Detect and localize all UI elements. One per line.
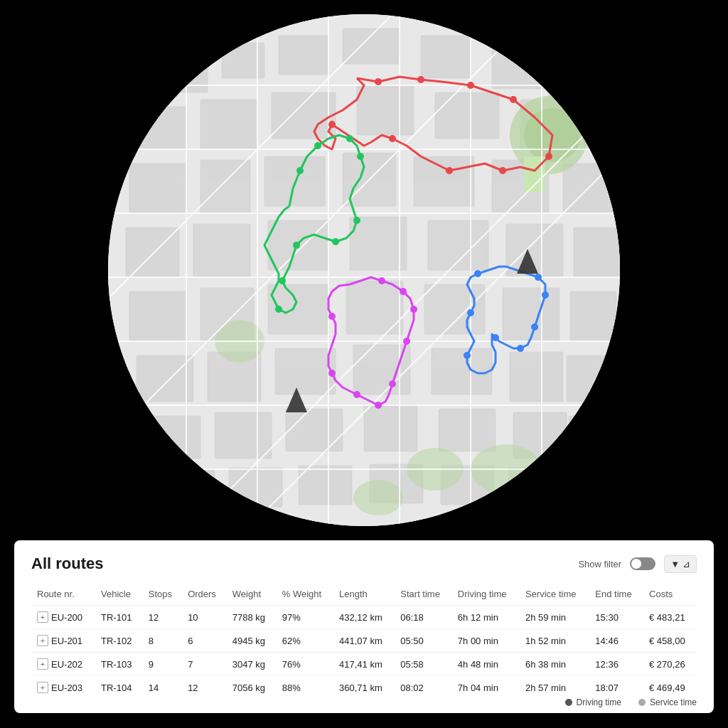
show-filter-toggle[interactable] xyxy=(630,557,655,570)
cell-orders: 7 xyxy=(182,653,227,676)
cell-pct_weight: 62% xyxy=(277,629,333,653)
panel-header: All routes Show filter ▼ ⊿ xyxy=(31,555,697,573)
col-pct-weight: % Weight xyxy=(277,584,333,606)
cell-route_nr: + EU-201 xyxy=(31,629,95,653)
expand-btn[interactable]: + xyxy=(37,658,48,670)
map-section xyxy=(0,0,728,540)
map-circle xyxy=(108,14,620,526)
svg-point-105 xyxy=(492,334,499,341)
svg-point-89 xyxy=(446,167,453,174)
svg-rect-50 xyxy=(569,416,608,459)
svg-point-94 xyxy=(346,135,353,142)
cell-end_time: 12:36 xyxy=(589,653,643,676)
cell-costs: € 483,21 xyxy=(643,606,697,629)
svg-rect-41 xyxy=(432,348,492,395)
show-filter-label: Show filter xyxy=(578,559,621,569)
svg-rect-43 xyxy=(567,355,613,402)
svg-rect-8 xyxy=(549,64,592,100)
cell-costs: € 469,49 xyxy=(643,676,697,700)
cell-costs: € 270,26 xyxy=(643,653,697,676)
svg-rect-37 xyxy=(136,355,193,402)
cell-pct_weight: 97% xyxy=(277,606,333,629)
svg-rect-12 xyxy=(357,85,414,135)
svg-rect-17 xyxy=(200,160,250,213)
legend-area: Driving time Service time xyxy=(565,697,697,707)
route-id-cell: + EU-203 xyxy=(37,682,90,693)
filter-icon: ▼ xyxy=(670,559,680,569)
col-costs: Costs xyxy=(643,584,697,606)
cell-driving_time: 7h 04 min xyxy=(452,676,520,700)
svg-point-86 xyxy=(510,96,517,103)
cell-end_time: 14:46 xyxy=(589,629,643,653)
svg-rect-10 xyxy=(200,100,257,149)
svg-point-115 xyxy=(353,391,360,398)
route-id-text: EU-203 xyxy=(51,682,82,693)
cell-driving_time: 4h 48 min xyxy=(452,653,520,676)
cell-driving_time: 7h 00 min xyxy=(452,629,520,653)
filter-funnel-icon: ⊿ xyxy=(682,559,690,569)
expand-btn[interactable]: + xyxy=(37,682,48,693)
svg-point-101 xyxy=(535,274,542,281)
col-length: Length xyxy=(333,584,395,606)
driving-time-legend: Driving time xyxy=(565,697,621,707)
cell-route_nr: + EU-203 xyxy=(31,676,95,700)
svg-rect-51 xyxy=(165,469,215,508)
svg-rect-6 xyxy=(421,36,471,78)
svg-rect-16 xyxy=(129,164,186,213)
cell-length: 360,71 km xyxy=(333,676,395,700)
cell-stops: 9 xyxy=(143,653,182,676)
svg-rect-20 xyxy=(414,156,474,206)
svg-point-93 xyxy=(314,142,321,149)
cell-route_nr: + EU-202 xyxy=(31,653,95,676)
svg-rect-11 xyxy=(272,92,336,139)
cell-service_time: 6h 38 min xyxy=(520,653,589,676)
svg-point-106 xyxy=(464,352,471,359)
cell-start_time: 06:18 xyxy=(395,606,452,629)
cell-weight: 3047 kg xyxy=(227,653,277,676)
cell-length: 432,12 km xyxy=(333,606,395,629)
filter-button[interactable]: ▼ ⊿ xyxy=(664,555,697,573)
service-time-label: Service time xyxy=(650,697,697,707)
svg-point-88 xyxy=(499,167,506,174)
cell-stops: 12 xyxy=(143,606,182,629)
cell-service_time: 1h 52 min xyxy=(520,629,589,653)
cell-orders: 12 xyxy=(182,676,227,700)
svg-rect-34 xyxy=(424,284,485,334)
cell-length: 417,41 km xyxy=(333,653,395,676)
cell-end_time: 18:07 xyxy=(589,676,643,700)
col-vehicle: Vehicle xyxy=(95,584,143,606)
svg-rect-48 xyxy=(439,409,496,451)
route-id-cell: + EU-200 xyxy=(37,611,90,623)
svg-rect-52 xyxy=(229,468,282,507)
svg-rect-40 xyxy=(353,345,410,395)
svg-point-112 xyxy=(403,338,410,345)
svg-point-102 xyxy=(542,291,549,299)
table-row[interactable]: + EU-200 TR-10112107788 kg97%432,12 km06… xyxy=(31,606,697,629)
service-time-legend: Service time xyxy=(638,697,697,707)
table-header: Route nr. Vehicle Stops Orders Weight % … xyxy=(31,584,697,606)
cell-length: 441,07 km xyxy=(333,629,395,653)
svg-point-110 xyxy=(400,288,407,295)
col-service-time: Service time xyxy=(520,584,589,606)
expand-btn[interactable]: + xyxy=(37,635,48,646)
svg-rect-4 xyxy=(279,36,328,75)
table-row[interactable]: + EU-203 TR-10414127056 kg88%360,71 km08… xyxy=(31,676,697,700)
svg-rect-30 xyxy=(129,291,186,341)
cell-end_time: 15:30 xyxy=(589,606,643,629)
svg-point-90 xyxy=(389,135,396,142)
driving-time-label: Driving time xyxy=(577,697,621,707)
table-row[interactable]: + EU-202 TR-103973047 kg76%417,41 km05:5… xyxy=(31,653,697,676)
svg-rect-33 xyxy=(346,281,403,334)
cell-weight: 4945 kg xyxy=(227,629,277,653)
svg-rect-27 xyxy=(428,220,488,270)
col-route-nr: Route nr. xyxy=(31,584,95,606)
svg-point-83 xyxy=(375,78,382,85)
cell-start_time: 05:58 xyxy=(395,653,452,676)
cell-driving_time: 6h 12 min xyxy=(452,606,520,629)
table-row[interactable]: + EU-201 TR-102864945 kg62%441,07 km05:5… xyxy=(31,629,697,653)
svg-point-99 xyxy=(279,277,286,284)
svg-point-95 xyxy=(357,153,364,160)
svg-rect-7 xyxy=(492,50,549,89)
svg-point-114 xyxy=(375,402,382,409)
expand-btn[interactable]: + xyxy=(37,611,48,623)
